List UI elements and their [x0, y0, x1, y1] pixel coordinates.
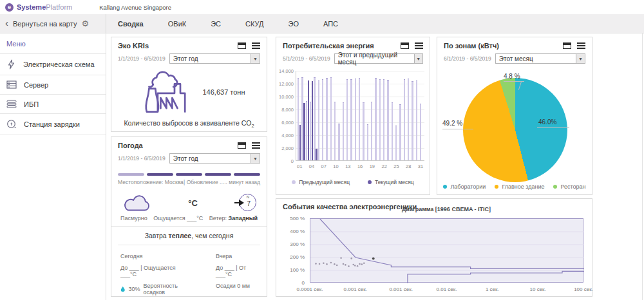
yesterday-label: Вчера [216, 253, 258, 259]
settings-gear-icon[interactable]: ⚙ [81, 19, 89, 28]
period-value: Этот месяц [499, 55, 533, 62]
wind-speed-value: 7 [247, 200, 251, 207]
precip-label: Вероятность осадков [144, 283, 191, 295]
itic-curve-plot [310, 218, 583, 283]
select-arrow-icon: ▼ [414, 54, 422, 63]
window-icon[interactable] [238, 142, 246, 149]
sidebar-item-ups[interactable]: ИБП [0, 95, 106, 114]
emissions-caption: Количество выбросов в эквиваленте CO2 [111, 119, 267, 129]
wind-north-letter: N [247, 195, 249, 199]
pie-label-main-building: 49.2 % [442, 120, 462, 127]
period-select[interactable]: Этот год ▼ [169, 53, 260, 64]
tab-eo[interactable]: ЭО [288, 20, 298, 28]
yesterday-precip: Осадки 0 мм [216, 283, 258, 289]
tab-svodka[interactable]: Сводка [118, 20, 144, 28]
card-title: Погода [118, 142, 143, 149]
content-area: Меню Электрическая схема Сервер ИБП Стан… [0, 33, 644, 300]
card-title: Потребительская энергия [283, 42, 374, 50]
tab-aps[interactable]: АПС [323, 20, 338, 28]
window-icon[interactable] [238, 42, 246, 49]
ups-icon [6, 100, 17, 108]
tab-bar: Сводка ОВиК ЭС СКУД ЭО АПС [106, 20, 338, 28]
card-eco-kris: Эко KRIs 1/1/2019 - 6/5/2019 Этот год ▼ [111, 37, 267, 132]
select-arrow-icon: ▼ [576, 54, 585, 63]
brand-bold: Systeme [17, 3, 46, 11]
page-edge-divider [642, 33, 643, 300]
sidebar-item-label: Сервер [24, 81, 48, 89]
card-weather: Погода 1/1/2019 - 6/5/2019 Этот год ▼ Ме… [111, 136, 267, 297]
charging-station-icon [6, 119, 17, 129]
hamburger-menu-icon[interactable] [252, 42, 260, 49]
yesterday-column: Вчера До ___ | От ___°C Осадки 0 мм [216, 253, 258, 300]
yesterday-range: До ___ | От ___°C [216, 265, 258, 277]
dashboard-page: { "header": { "brand_bold": "Systeme", "… [0, 0, 644, 300]
card-power-quality-events: События качества электроэнергеники Диагр… [276, 198, 592, 297]
bar-chart-plot [296, 71, 424, 161]
period-value: Этот год [173, 55, 198, 62]
brand-light: Platform [46, 3, 72, 11]
factory-emissions-icon [133, 69, 193, 115]
period-select[interactable]: Этот год ▼ [169, 153, 260, 164]
sidebar-item-charging-station[interactable]: Станция зарядки [0, 114, 106, 135]
window-icon[interactable] [401, 42, 409, 49]
period-value: Этот и предыдущий месяц [338, 52, 414, 66]
pie-chart-legend: ЛабораторииГлавное зданиеРесторан [437, 183, 592, 190]
precip-percent: 30% [129, 286, 140, 292]
tomorrow-forecast: Завтра теплее, чем сегодня [118, 227, 260, 245]
caption-subscript: 2 [251, 123, 254, 129]
period-value: Этот год [173, 155, 198, 162]
nav-bar: ‹ Вернуться на карту ⚙ Сводка ОВиК ЭС СК… [0, 14, 644, 33]
weather-location: Местоположение: Москва [118, 179, 184, 185]
bar-chart-x-axis: 0104071013161922252831 [296, 164, 424, 169]
server-icon [6, 80, 17, 89]
cloud-icon [122, 193, 151, 212]
card-energy-consumption: Потребительская энергия 5/1/2019 - 6/5/2… [276, 37, 430, 195]
today-range: До ___ | Ощущается ___°C [120, 265, 191, 277]
window-icon[interactable] [563, 42, 571, 49]
wind-text: Ветер: Западный [209, 215, 258, 221]
sidebar-item-label: Станция зарядки [24, 120, 80, 128]
date-range: 5/1/2019 - 6/5/2019 [283, 55, 330, 62]
dashboard-main: Эко KRIs 1/1/2019 - 6/5/2019 Этот год ▼ [106, 33, 644, 300]
tomorrow-post: , чем сегодня [191, 232, 233, 239]
tomorrow-bold: теплее [169, 232, 192, 239]
callout-line [537, 127, 569, 128]
emissions-value: 146,637 тонн [203, 88, 245, 96]
bar-chart-legend: Предыдущий месяцТекущий месяц [276, 179, 430, 185]
menu-title: Меню [0, 37, 106, 54]
sidebar-item-label: ИБП [24, 100, 39, 108]
hamburger-menu-icon[interactable] [415, 42, 423, 49]
tomorrow-pre: Завтра [145, 232, 169, 239]
tab-skud[interactable]: СКУД [245, 20, 263, 28]
today-column: Сегодня До ___ | Ощущается ___°C 30% Вер… [120, 253, 191, 300]
date-range: 1/1/2019 - 6/5/2019 [118, 55, 166, 62]
today-label: Сегодня [120, 253, 191, 259]
hamburger-menu-icon[interactable] [577, 42, 585, 49]
hamburger-menu-icon[interactable] [252, 142, 260, 149]
sidebar-item-electrical-scheme[interactable]: Электрическая схема [0, 54, 106, 75]
sidebar-menu: Меню Электрическая схема Сервер ИБП Стан… [0, 33, 106, 300]
wind-label: Ветер: [209, 215, 229, 221]
lightning-icon [6, 59, 16, 70]
period-select[interactable]: Этот месяц ▼ [495, 53, 585, 64]
back-to-map-button[interactable]: ‹ Вернуться на карту ⚙ [0, 14, 106, 33]
tab-ovik[interactable]: ОВиК [168, 20, 186, 28]
card-title: Эко KRIs [118, 42, 149, 50]
select-arrow-icon: ▼ [251, 154, 260, 163]
callout-line [442, 129, 473, 129]
date-range: 1/1/2019 - 6/5/2019 [118, 155, 166, 162]
brand-logo-icon: e [5, 3, 14, 12]
card-zones-kwh: По зонам (кВтч) 6/1/2019 - 6/5/2019 Этот… [437, 37, 592, 195]
card-title: По зонам (кВтч) [444, 42, 499, 50]
sidebar-item-server[interactable]: Сервер [0, 75, 106, 95]
site-location: Kallang Avenue Singapore [99, 4, 171, 11]
pie-label-restaurant: 4.8 % [504, 73, 520, 80]
caption-text: Количество выбросов в эквиваленте CO [124, 119, 251, 127]
pie-label-labs: 46.0% [538, 118, 556, 126]
feels-like: Ощущается ___°C [153, 215, 203, 221]
brand-name: SystemePlatform [17, 3, 72, 11]
tab-es[interactable]: ЭС [211, 20, 221, 28]
date-range: 6/1/2019 - 6/5/2019 [444, 55, 491, 62]
period-select[interactable]: Этот и предыдущий месяц ▼ [334, 53, 423, 64]
temperature-value: °C [188, 198, 198, 208]
